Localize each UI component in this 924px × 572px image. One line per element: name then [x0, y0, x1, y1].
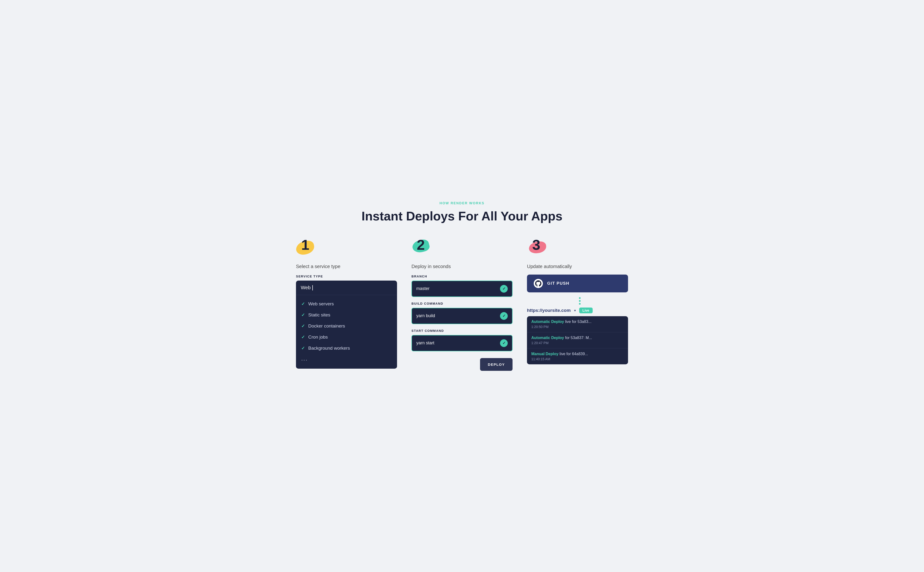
branch-input-wrapper[interactable]: master ✓ [412, 281, 512, 297]
list-item[interactable]: ✓ Cron jobs [296, 332, 397, 343]
columns: 1 Select a service type SERVICE TYPE Web… [294, 238, 630, 371]
dot3 [579, 303, 581, 305]
dot2 [579, 300, 581, 302]
step1-number: 1 [301, 238, 309, 252]
build-label: BUILD COMMAND [412, 302, 512, 305]
build-input-wrapper[interactable]: yarn build ✓ [412, 308, 512, 324]
check-icon: ✓ [301, 334, 305, 340]
build-value: yarn build [416, 313, 435, 319]
more-services-dots: ... [296, 354, 397, 365]
service-list: ✓ Web servers ✓ Static sites ✓ Docker co… [296, 295, 397, 368]
git-push-label: GIT PUSH [547, 281, 569, 286]
main-title: Instant Deploys For All Your Apps [294, 209, 630, 223]
build-command-group: BUILD COMMAND yarn build ✓ [412, 302, 512, 324]
check-icon: ✓ [301, 301, 305, 306]
log-detail: live for 64a839... [559, 352, 588, 356]
log-time: 1:20:50 PM [531, 325, 624, 329]
deploy-log: Automatic Deploy live for 53a83... 1:20:… [527, 316, 628, 364]
step3-number: 3 [532, 238, 540, 252]
log-detail: for 53a837: M... [565, 336, 592, 340]
log-entry: Manual Deploy live for 64a839... 11:40:1… [527, 348, 628, 364]
start-value: yarn start [416, 340, 434, 345]
service-type-container: Web ✓ Web servers ✓ Static sites ✓ Docke… [296, 281, 397, 369]
step1-badge: 1 [296, 238, 320, 257]
log-time: 1:20:47 PM [531, 341, 624, 345]
text-cursor [312, 285, 313, 291]
git-push-button[interactable]: GIT PUSH [527, 275, 628, 292]
check-icon: ✓ [301, 312, 305, 318]
log-entry: Automatic Deploy for 53a837: M... 1:20:4… [527, 332, 628, 348]
service-name: Static sites [308, 312, 330, 318]
log-title: Manual Deploy live for 64a839... [531, 352, 624, 356]
live-badge: Live [579, 308, 593, 313]
branch-group: BRANCH master ✓ [412, 275, 512, 297]
section-label: HOW RENDER WORKS [294, 201, 630, 205]
build-check: ✓ [500, 312, 508, 320]
log-time: 11:40:15 AM [531, 357, 624, 361]
start-check: ✓ [500, 339, 508, 347]
flow-dots [531, 296, 628, 306]
column-step3: 3 Update automatically GIT PUSH https://… [527, 238, 628, 364]
log-detail: live for 53a83... [565, 320, 591, 324]
github-icon [534, 279, 543, 288]
service-name: Web servers [308, 301, 334, 306]
service-name: Docker containers [308, 323, 345, 329]
branch-value: master [416, 286, 430, 291]
check-icon: ✓ [301, 323, 305, 329]
start-command-group: START COMMAND yarn start ✓ [412, 329, 512, 351]
log-type: Automatic Deploy [531, 320, 564, 324]
branch-check: ✓ [500, 285, 508, 292]
step3-badge: 3 [527, 238, 551, 257]
column-step1: 1 Select a service type SERVICE TYPE Web… [296, 238, 397, 369]
step2-description: Deploy in seconds [412, 264, 512, 269]
step2-badge: 2 [412, 238, 436, 257]
list-item[interactable]: ✓ Static sites [296, 309, 397, 320]
page-wrapper: HOW RENDER WORKS Instant Deploys For All… [294, 201, 630, 371]
service-name: Cron jobs [308, 334, 328, 340]
list-item[interactable]: ✓ Background workers [296, 343, 397, 354]
log-type: Automatic Deploy [531, 336, 564, 340]
check-icon: ✓ [301, 345, 305, 351]
start-label: START COMMAND [412, 329, 512, 333]
branch-label: BRANCH [412, 275, 512, 278]
column-step2: 2 Deploy in seconds BRANCH master ✓ BUIL… [412, 238, 512, 371]
site-url-row: https://yoursite.com ▾ Live [527, 308, 628, 313]
service-type-input[interactable]: Web [296, 281, 397, 295]
step3-description: Update automatically [527, 264, 628, 269]
site-url-link[interactable]: https://yoursite.com [527, 308, 571, 313]
log-entry: Automatic Deploy live for 53a83... 1:20:… [527, 316, 628, 332]
list-item[interactable]: ✓ Web servers [296, 298, 397, 309]
list-item[interactable]: ✓ Docker containers [296, 320, 397, 332]
log-title: Automatic Deploy for 53a837: M... [531, 336, 624, 340]
service-name: Background workers [308, 345, 350, 351]
log-type: Manual Deploy [531, 352, 559, 356]
chevron-down-icon: ▾ [574, 308, 576, 312]
step2-number: 2 [417, 238, 425, 252]
start-input-wrapper[interactable]: yarn start ✓ [412, 335, 512, 351]
dot1 [579, 297, 581, 299]
deploy-button[interactable]: DEPLOY [480, 358, 512, 371]
log-title: Automatic Deploy live for 53a83... [531, 320, 624, 324]
step1-field-label: SERVICE TYPE [296, 275, 397, 278]
step1-description: Select a service type [296, 264, 397, 269]
service-input-value: Web [301, 285, 311, 290]
